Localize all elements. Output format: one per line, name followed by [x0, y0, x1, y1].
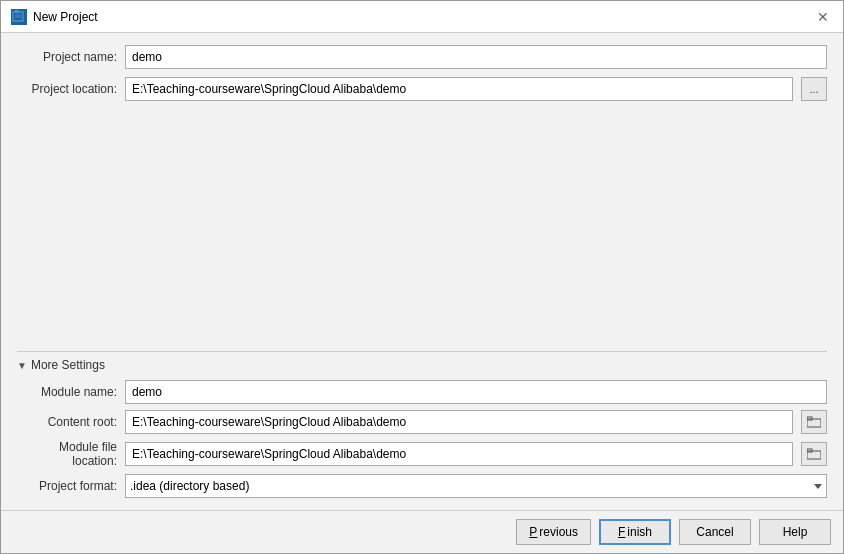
finish-label-underline: F	[618, 525, 625, 539]
spacer	[17, 109, 827, 339]
project-location-browse-button[interactable]: ...	[801, 77, 827, 101]
dialog-content: Project name: Project location: ... ▼ Mo…	[1, 33, 843, 510]
more-settings-content: Module name: Content root:	[17, 380, 827, 498]
content-root-input[interactable]	[125, 410, 793, 434]
content-root-row: Content root:	[17, 410, 827, 434]
more-settings-label: More Settings	[31, 358, 105, 372]
project-name-label: Project name:	[17, 50, 117, 64]
project-name-row: Project name:	[17, 45, 827, 69]
cancel-button[interactable]: Cancel	[679, 519, 751, 545]
previous-button[interactable]: Previous	[516, 519, 591, 545]
module-name-input[interactable]	[125, 380, 827, 404]
section-toggle-icon[interactable]: ▼	[17, 360, 27, 371]
project-format-select[interactable]: .idea (directory based) .ipr (file based…	[125, 474, 827, 498]
content-root-browse-button[interactable]	[801, 410, 827, 434]
previous-label-rest: revious	[539, 525, 578, 539]
project-location-label: Project location:	[17, 82, 117, 96]
module-file-location-label: Module file location:	[17, 440, 117, 468]
module-name-row: Module name:	[17, 380, 827, 404]
project-location-row: Project location: ...	[17, 77, 827, 101]
content-root-label: Content root:	[17, 415, 117, 429]
title-bar-left: New Project	[11, 9, 98, 25]
finish-label-rest: inish	[627, 525, 652, 539]
module-file-location-input[interactable]	[125, 442, 793, 466]
more-settings-section: ▼ More Settings Module name: Content roo…	[17, 351, 827, 498]
module-file-location-browse-button[interactable]	[801, 442, 827, 466]
dialog-icon	[11, 9, 27, 25]
section-header: ▼ More Settings	[17, 351, 827, 372]
module-file-location-row: Module file location:	[17, 440, 827, 468]
project-format-label: Project format:	[17, 479, 117, 493]
finish-button[interactable]: Finish	[599, 519, 671, 545]
svg-rect-1	[15, 10, 19, 13]
project-location-input[interactable]	[125, 77, 793, 101]
project-name-input[interactable]	[125, 45, 827, 69]
previous-label-underline: P	[529, 525, 537, 539]
help-button[interactable]: Help	[759, 519, 831, 545]
module-name-label: Module name:	[17, 385, 117, 399]
new-project-dialog: New Project ✕ Project name: Project loca…	[0, 0, 844, 554]
title-bar: New Project ✕	[1, 1, 843, 33]
close-button[interactable]: ✕	[813, 7, 833, 27]
dialog-title: New Project	[33, 10, 98, 24]
dialog-footer: Previous Finish Cancel Help	[1, 510, 843, 553]
project-format-row: Project format: .idea (directory based) …	[17, 474, 827, 498]
